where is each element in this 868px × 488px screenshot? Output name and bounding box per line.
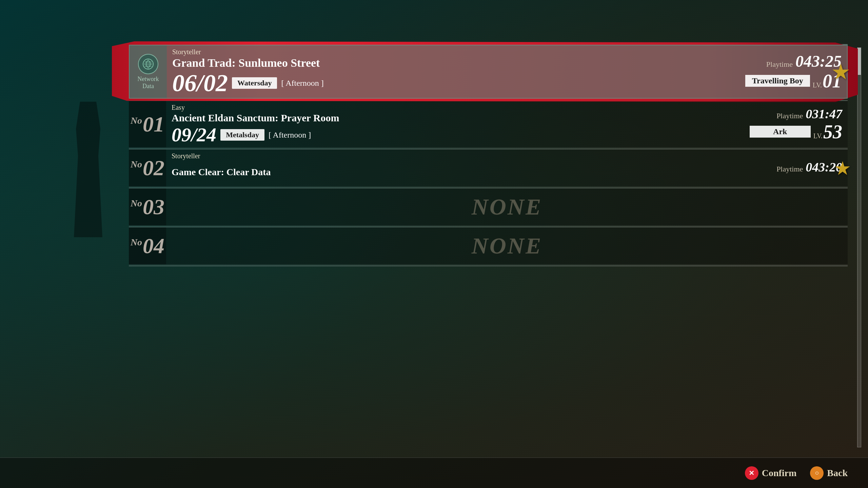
slot-01-day: Metalsday xyxy=(220,129,264,141)
slot-row-02[interactable]: No02 Storyteller Game Clear: Clear Data … xyxy=(129,149,848,187)
slot-04-empty: None xyxy=(472,232,542,259)
active-date: 06/02 xyxy=(172,71,228,95)
slot-01-location: Ancient Eldan Sanctum: Prayer Room xyxy=(172,112,700,124)
active-time: [ Afternoon ] xyxy=(281,77,323,89)
slot-01-playtime-row: Playtime 031:47 xyxy=(711,107,842,120)
active-playtime-row: Playtime 043:25 xyxy=(710,53,842,69)
active-date-row: 06/02 Watersday [ Afternoon ] xyxy=(172,71,699,95)
confirm-label: Confirm xyxy=(762,468,797,479)
network-icon-col: Network Data xyxy=(130,45,167,98)
slot-row-04[interactable]: No04 None xyxy=(129,227,848,265)
slot-02-location: Game Clear: Clear Data xyxy=(172,167,700,178)
slot-01-date: 09/24 xyxy=(172,125,216,145)
back-icon: ○ xyxy=(810,466,824,480)
slot-01-level-display: LV. 53 xyxy=(813,122,842,141)
slot-02-playtime-label: Playtime xyxy=(776,165,803,174)
save-subtitle: Record your actions thus far? xyxy=(0,53,24,63)
network-label: Network Data xyxy=(133,76,163,90)
network-slot[interactable]: Network Data Storyteller Grand Trad: Sun… xyxy=(129,45,848,99)
active-day: Watersday xyxy=(232,77,277,89)
slot-02-difficulty: Storyteller xyxy=(172,152,700,160)
slot-01-right: Playtime 031:47 Ark LV. 53 xyxy=(705,101,848,147)
slots-container: Network Data Storyteller Grand Trad: Sun… xyxy=(129,44,848,454)
divider-4 xyxy=(129,265,848,266)
slot-04-number: No04 xyxy=(131,235,164,257)
slot-01-lv-prefix: LV. xyxy=(813,132,823,140)
active-location: Grand Trad: Sunlumeo Street xyxy=(172,57,699,69)
slot-01-char-row: Ark LV. 53 xyxy=(711,122,842,141)
main-container: Network Data Storyteller Grand Trad: Sun… xyxy=(129,0,868,488)
slot-04-content: None xyxy=(166,227,848,264)
back-button[interactable]: ○ Back xyxy=(810,466,848,480)
confirm-icon: ✕ xyxy=(745,466,758,480)
scrollbar-track[interactable] xyxy=(857,47,861,447)
bottom-bar: ✕ Confirm ○ Back xyxy=(0,458,868,488)
active-char-name: Travelling Boy xyxy=(745,75,810,87)
network-icon xyxy=(138,54,158,74)
slot-01-number-col: No01 xyxy=(129,101,166,147)
active-lv-prefix: LV. xyxy=(813,81,822,89)
slot-01-number: No01 xyxy=(131,114,164,135)
slot-row-01[interactable]: No01 Easy Ancient Eldan Sanctum: Prayer … xyxy=(129,101,848,148)
active-difficulty: Storyteller xyxy=(172,48,699,56)
slot-02-content: Storyteller Game Clear: Clear Data xyxy=(166,149,705,186)
slot-01-playtime-value: 031:47 xyxy=(806,107,842,120)
confirm-button[interactable]: ✕ Confirm xyxy=(745,466,797,480)
back-label: Back xyxy=(827,468,848,479)
slot-02-playtime-row: Playtime 043:20 xyxy=(711,161,842,174)
slot-01-time: [ Afternoon ] xyxy=(269,129,311,141)
slot-01-char-name: Ark xyxy=(750,126,811,138)
active-star: ★ xyxy=(831,59,850,84)
active-slot-right: Playtime 043:25 Travelling Boy LV. 01 ★ xyxy=(705,45,847,98)
slot-02-star: ★ xyxy=(834,157,851,179)
save-title-area: SAVE Record your actions thus far? xyxy=(0,0,34,69)
slot-02-right: Playtime 043:20 ★ xyxy=(705,149,848,186)
slot-03-number: No03 xyxy=(131,196,164,218)
scrollbar-thumb[interactable] xyxy=(857,48,861,75)
active-slot-wrapper[interactable]: Network Data Storyteller Grand Trad: Sun… xyxy=(129,45,848,99)
slot-03-empty: None xyxy=(472,194,542,220)
slot-03-content: None xyxy=(166,188,848,225)
slot-01-difficulty: Easy xyxy=(172,104,700,111)
active-slot-content: Storyteller Grand Trad: Sunlumeo Street … xyxy=(167,45,705,98)
slot-01-lv-value: 53 xyxy=(823,122,842,141)
slot-01-playtime-label: Playtime xyxy=(776,111,803,120)
slot-01-content: Easy Ancient Eldan Sanctum: Prayer Room … xyxy=(166,101,705,147)
slot-row-03[interactable]: No03 None xyxy=(129,188,848,226)
slot-02-number: No02 xyxy=(131,157,164,179)
slot-02-number-col: No02 xyxy=(129,149,166,186)
slot-03-number-col: No03 xyxy=(129,188,166,225)
slot-01-date-row: 09/24 Metalsday [ Afternoon ] xyxy=(172,125,700,145)
active-playtime-label: Playtime xyxy=(766,60,793,69)
slot-04-number-col: No04 xyxy=(129,227,166,264)
active-char-row: Travelling Boy LV. 01 xyxy=(710,72,842,90)
save-title: SAVE xyxy=(0,7,24,51)
